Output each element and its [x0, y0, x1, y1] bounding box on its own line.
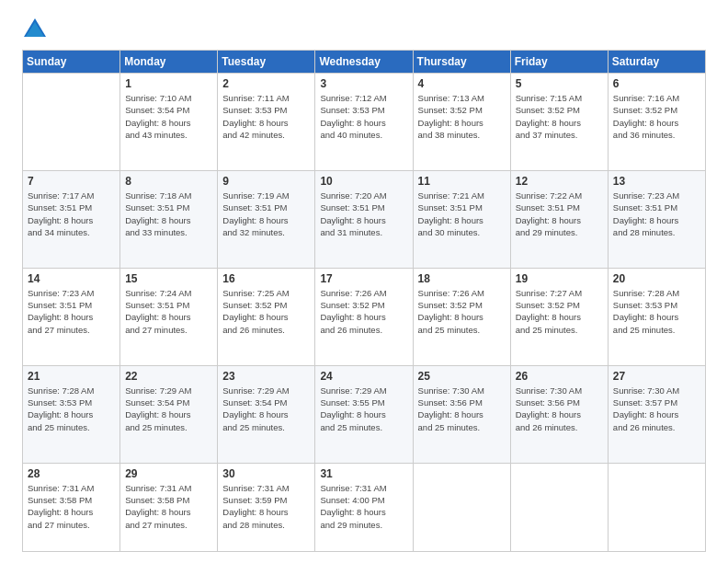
day-info: Sunrise: 7:12 AM Sunset: 3:53 PM Dayligh… — [320, 92, 407, 141]
day-number: 12 — [516, 175, 603, 188]
day-number: 19 — [516, 272, 603, 285]
day-info: Sunrise: 7:16 AM Sunset: 3:52 PM Dayligh… — [613, 92, 700, 141]
day-number: 23 — [222, 370, 310, 383]
day-number: 7 — [28, 175, 115, 188]
day-number: 2 — [222, 77, 310, 90]
day-number: 21 — [28, 370, 115, 383]
calendar-cell: 8Sunrise: 7:18 AM Sunset: 3:51 PM Daylig… — [120, 170, 218, 268]
day-info: Sunrise: 7:10 AM Sunset: 3:54 PM Dayligh… — [125, 92, 212, 141]
day-info: Sunrise: 7:22 AM Sunset: 3:51 PM Dayligh… — [516, 190, 603, 238]
day-info: Sunrise: 7:30 AM Sunset: 3:56 PM Dayligh… — [418, 385, 506, 433]
calendar-cell: 26Sunrise: 7:30 AM Sunset: 3:56 PM Dayli… — [510, 365, 608, 463]
day-info: Sunrise: 7:18 AM Sunset: 3:51 PM Dayligh… — [125, 190, 212, 238]
day-number: 10 — [320, 175, 407, 188]
weekday-header-thursday: Thursday — [413, 51, 510, 74]
week-row-3: 14Sunrise: 7:23 AM Sunset: 3:51 PM Dayli… — [23, 268, 706, 365]
week-row-2: 7Sunrise: 7:17 AM Sunset: 3:51 PM Daylig… — [23, 170, 706, 268]
calendar-cell — [23, 74, 120, 171]
calendar-cell: 23Sunrise: 7:29 AM Sunset: 3:54 PM Dayli… — [218, 365, 315, 463]
calendar-cell: 24Sunrise: 7:29 AM Sunset: 3:55 PM Dayli… — [315, 365, 413, 463]
day-number: 17 — [320, 272, 407, 285]
week-row-5: 28Sunrise: 7:31 AM Sunset: 3:58 PM Dayli… — [23, 463, 706, 551]
day-number: 28 — [28, 467, 115, 480]
calendar-cell: 4Sunrise: 7:13 AM Sunset: 3:52 PM Daylig… — [413, 74, 510, 171]
day-number: 18 — [418, 272, 506, 285]
day-info: Sunrise: 7:31 AM Sunset: 3:59 PM Dayligh… — [222, 482, 310, 531]
day-number: 20 — [613, 272, 700, 285]
day-number: 15 — [125, 272, 212, 285]
logo-icon — [22, 17, 48, 42]
day-info: Sunrise: 7:11 AM Sunset: 3:53 PM Dayligh… — [222, 92, 310, 141]
calendar-cell: 28Sunrise: 7:31 AM Sunset: 3:58 PM Dayli… — [23, 463, 120, 551]
weekday-header-wednesday: Wednesday — [315, 51, 413, 74]
calendar-cell: 29Sunrise: 7:31 AM Sunset: 3:58 PM Dayli… — [120, 463, 218, 551]
calendar-cell: 11Sunrise: 7:21 AM Sunset: 3:51 PM Dayli… — [413, 170, 510, 268]
calendar-cell: 19Sunrise: 7:27 AM Sunset: 3:52 PM Dayli… — [510, 268, 608, 365]
day-number: 26 — [516, 370, 603, 383]
day-info: Sunrise: 7:15 AM Sunset: 3:52 PM Dayligh… — [516, 92, 603, 141]
calendar-cell — [413, 463, 510, 551]
day-number: 8 — [125, 175, 212, 188]
day-info: Sunrise: 7:30 AM Sunset: 3:57 PM Dayligh… — [613, 385, 700, 433]
calendar-cell: 9Sunrise: 7:19 AM Sunset: 3:51 PM Daylig… — [218, 170, 315, 268]
day-info: Sunrise: 7:17 AM Sunset: 3:51 PM Dayligh… — [28, 190, 115, 238]
day-number: 30 — [222, 467, 310, 480]
day-number: 31 — [320, 467, 407, 480]
calendar-cell: 20Sunrise: 7:28 AM Sunset: 3:53 PM Dayli… — [608, 268, 705, 365]
calendar-cell: 16Sunrise: 7:25 AM Sunset: 3:52 PM Dayli… — [218, 268, 315, 365]
day-info: Sunrise: 7:31 AM Sunset: 3:58 PM Dayligh… — [125, 482, 212, 531]
day-info: Sunrise: 7:28 AM Sunset: 3:53 PM Dayligh… — [613, 287, 700, 336]
calendar-cell: 30Sunrise: 7:31 AM Sunset: 3:59 PM Dayli… — [218, 463, 315, 551]
day-number: 11 — [418, 175, 506, 188]
day-info: Sunrise: 7:27 AM Sunset: 3:52 PM Dayligh… — [516, 287, 603, 336]
day-number: 27 — [613, 370, 700, 383]
day-number: 9 — [222, 175, 310, 188]
day-info: Sunrise: 7:23 AM Sunset: 3:51 PM Dayligh… — [613, 190, 700, 238]
calendar-cell: 31Sunrise: 7:31 AM Sunset: 4:00 PM Dayli… — [315, 463, 413, 551]
calendar-cell — [510, 463, 608, 551]
weekday-header-row: SundayMondayTuesdayWednesdayThursdayFrid… — [23, 51, 706, 74]
day-number: 24 — [320, 370, 407, 383]
day-number: 25 — [418, 370, 506, 383]
week-row-1: 1Sunrise: 7:10 AM Sunset: 3:54 PM Daylig… — [23, 74, 706, 171]
day-number: 13 — [613, 175, 700, 188]
day-info: Sunrise: 7:29 AM Sunset: 3:54 PM Dayligh… — [222, 385, 310, 433]
calendar-cell: 17Sunrise: 7:26 AM Sunset: 3:52 PM Dayli… — [315, 268, 413, 365]
calendar-cell: 1Sunrise: 7:10 AM Sunset: 3:54 PM Daylig… — [120, 74, 218, 171]
calendar-cell: 25Sunrise: 7:30 AM Sunset: 3:56 PM Dayli… — [413, 365, 510, 463]
day-info: Sunrise: 7:28 AM Sunset: 3:53 PM Dayligh… — [28, 385, 115, 433]
day-info: Sunrise: 7:21 AM Sunset: 3:51 PM Dayligh… — [418, 190, 506, 238]
calendar-cell — [608, 463, 705, 551]
calendar-cell: 14Sunrise: 7:23 AM Sunset: 3:51 PM Dayli… — [23, 268, 120, 365]
day-number: 6 — [613, 77, 700, 90]
day-number: 3 — [320, 77, 407, 90]
day-info: Sunrise: 7:29 AM Sunset: 3:54 PM Dayligh… — [125, 385, 212, 433]
day-number: 4 — [418, 77, 506, 90]
calendar-cell: 27Sunrise: 7:30 AM Sunset: 3:57 PM Dayli… — [608, 365, 705, 463]
calendar-cell: 5Sunrise: 7:15 AM Sunset: 3:52 PM Daylig… — [510, 74, 608, 171]
day-info: Sunrise: 7:31 AM Sunset: 4:00 PM Dayligh… — [320, 482, 407, 531]
calendar-cell: 3Sunrise: 7:12 AM Sunset: 3:53 PM Daylig… — [315, 74, 413, 171]
calendar-cell: 13Sunrise: 7:23 AM Sunset: 3:51 PM Dayli… — [608, 170, 705, 268]
day-info: Sunrise: 7:26 AM Sunset: 3:52 PM Dayligh… — [320, 287, 407, 336]
weekday-header-tuesday: Tuesday — [218, 51, 315, 74]
logo — [22, 17, 51, 42]
header — [22, 17, 706, 42]
day-number: 1 — [125, 77, 212, 90]
day-info: Sunrise: 7:19 AM Sunset: 3:51 PM Dayligh… — [222, 190, 310, 238]
calendar-cell: 18Sunrise: 7:26 AM Sunset: 3:52 PM Dayli… — [413, 268, 510, 365]
calendar-cell: 10Sunrise: 7:20 AM Sunset: 3:51 PM Dayli… — [315, 170, 413, 268]
weekday-header-sunday: Sunday — [23, 51, 120, 74]
calendar-cell: 7Sunrise: 7:17 AM Sunset: 3:51 PM Daylig… — [23, 170, 120, 268]
weekday-header-friday: Friday — [510, 51, 608, 74]
weekday-header-saturday: Saturday — [608, 51, 705, 74]
day-info: Sunrise: 7:31 AM Sunset: 3:58 PM Dayligh… — [28, 482, 115, 531]
day-info: Sunrise: 7:13 AM Sunset: 3:52 PM Dayligh… — [418, 92, 506, 141]
day-info: Sunrise: 7:29 AM Sunset: 3:55 PM Dayligh… — [320, 385, 407, 433]
day-info: Sunrise: 7:26 AM Sunset: 3:52 PM Dayligh… — [418, 287, 506, 336]
calendar-cell: 12Sunrise: 7:22 AM Sunset: 3:51 PM Dayli… — [510, 170, 608, 268]
calendar-cell: 2Sunrise: 7:11 AM Sunset: 3:53 PM Daylig… — [218, 74, 315, 171]
day-info: Sunrise: 7:30 AM Sunset: 3:56 PM Dayligh… — [516, 385, 603, 433]
calendar-cell: 15Sunrise: 7:24 AM Sunset: 3:51 PM Dayli… — [120, 268, 218, 365]
day-number: 16 — [222, 272, 310, 285]
